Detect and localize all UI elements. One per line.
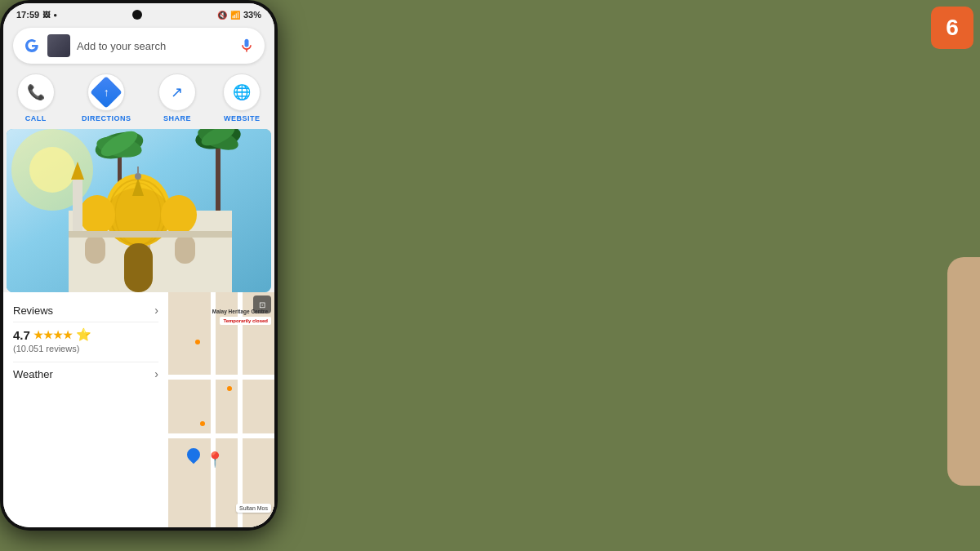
weather-label: Weather xyxy=(13,368,53,380)
share-label: SHARE xyxy=(163,114,191,122)
map-dot-1 xyxy=(195,340,200,344)
svg-rect-25 xyxy=(73,178,82,235)
call-circle[interactable]: 📞 xyxy=(17,73,55,111)
map-dot-3 xyxy=(200,421,205,426)
call-label: CALL xyxy=(25,114,47,122)
mosque-svg xyxy=(7,129,271,292)
svg-point-23 xyxy=(79,195,115,234)
website-circle[interactable]: 🌐 xyxy=(223,73,261,111)
sultan-mosque-label: Sultan Mos xyxy=(236,504,271,513)
channel-badge: 6 xyxy=(931,7,973,49)
search-bar-container: Add to your search xyxy=(3,23,274,69)
phone-screen: 17:59 🖼 ● 🔇 📶 33% xyxy=(3,3,274,527)
phone-body: 17:59 🖼 ● 🔇 📶 33% xyxy=(0,0,278,531)
svg-point-24 xyxy=(161,195,197,234)
phone-icon: 📞 xyxy=(27,83,45,101)
weather-row[interactable]: Weather › xyxy=(13,362,158,385)
svg-point-3 xyxy=(29,147,75,193)
bottom-left: Reviews › 4.7 ★★★★⭐ (10.051 reviews) Wea… xyxy=(3,292,168,527)
directions-diamond-icon: ↑ xyxy=(90,76,122,109)
half-star-icon: ⭐ xyxy=(76,327,91,342)
reviews-row[interactable]: Reviews › xyxy=(13,299,158,322)
reviews-count: (10.051 reviews) xyxy=(13,344,158,353)
map-road-vertical-2 xyxy=(238,292,243,527)
action-buttons: 📞 CALL ↑ DIRECTIONS ↗ SHARE xyxy=(3,69,274,129)
bottom-panel: Reviews › 4.7 ★★★★⭐ (10.051 reviews) Wea… xyxy=(3,292,274,527)
status-right: 🔇 📶 33% xyxy=(217,10,261,20)
expand-icon: ⊡ xyxy=(259,300,265,309)
status-dots: ● xyxy=(53,11,57,19)
temp-closed-label: Temporarily closed xyxy=(220,317,271,325)
mute-icon: 🔇 xyxy=(217,11,227,20)
rating-value: 4.7 xyxy=(13,328,30,342)
map-road-horizontal-2 xyxy=(168,433,274,438)
mic-icon[interactable] xyxy=(238,38,255,54)
camera-notch xyxy=(132,10,142,20)
time: 17:59 xyxy=(16,10,39,20)
directions-button[interactable]: ↑ DIRECTIONS xyxy=(82,73,131,122)
map-road-horizontal xyxy=(168,375,274,380)
notification-icons: 🖼 xyxy=(42,11,50,19)
reviews-chevron: › xyxy=(154,304,158,317)
mosque-image[interactable] xyxy=(7,129,271,292)
svg-rect-15 xyxy=(175,235,195,264)
globe-icon: 🌐 xyxy=(233,83,251,101)
star-icons: ★★★★ xyxy=(33,329,73,341)
svg-rect-28 xyxy=(69,231,232,238)
map-direction-icon xyxy=(185,446,203,464)
map-pin-red: 📍 xyxy=(206,451,224,469)
share-icon: ↗ xyxy=(171,83,183,101)
map-dot-2 xyxy=(227,386,232,391)
rating-row: 4.7 ★★★★⭐ (10.051 reviews) xyxy=(13,322,158,358)
rating-number: 4.7 ★★★★⭐ xyxy=(13,327,158,342)
website-label: WEBSITE xyxy=(224,114,261,122)
google-logo xyxy=(23,37,41,55)
battery: 33% xyxy=(243,10,261,20)
map-expand-button[interactable]: ⊡ xyxy=(253,295,271,313)
svg-point-21 xyxy=(135,173,141,180)
directions-arrow-icon: ↑ xyxy=(104,86,109,99)
map-preview-container[interactable]: Malay Heritage Centre Temporarily closed… xyxy=(168,292,274,527)
wifi-icon: 📶 xyxy=(230,11,240,20)
weather-chevron: › xyxy=(154,367,158,380)
call-button[interactable]: 📞 CALL xyxy=(17,73,55,122)
share-button[interactable]: ↗ SHARE xyxy=(158,73,196,122)
share-circle[interactable]: ↗ xyxy=(158,73,196,111)
website-button[interactable]: 🌐 WEBSITE xyxy=(223,73,261,122)
map-road-vertical xyxy=(211,292,216,527)
svg-rect-27 xyxy=(124,243,153,292)
status-bar: 17:59 🖼 ● 🔇 📶 33% xyxy=(3,3,274,23)
search-thumbnail xyxy=(47,34,70,57)
directions-label: DIRECTIONS xyxy=(82,114,131,122)
reviews-label: Reviews xyxy=(13,304,53,317)
hand-right xyxy=(947,257,980,486)
search-placeholder[interactable]: Add to your search xyxy=(77,40,232,52)
directions-circle[interactable]: ↑ xyxy=(87,73,125,111)
map-preview[interactable]: Malay Heritage Centre Temporarily closed… xyxy=(168,292,274,527)
search-input[interactable]: Add to your search xyxy=(13,28,265,64)
svg-rect-13 xyxy=(85,235,105,264)
status-left: 17:59 🖼 ● xyxy=(16,10,57,20)
